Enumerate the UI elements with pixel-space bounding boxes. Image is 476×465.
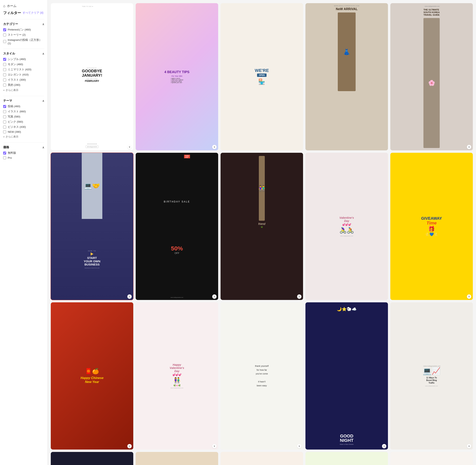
chevron-up-icon: ∧ xyxy=(42,22,44,26)
checkbox-posts[interactable] xyxy=(3,105,6,108)
checkbox-instagram[interactable] xyxy=(3,40,6,43)
template-card-valentines-day[interactable]: Valentine'sDay 💕💕💕 🚴‍♀️🚴 www.reallygreat… xyxy=(305,153,388,300)
goodbye-time-to-say: TIME TO SAY ● xyxy=(82,6,93,7)
template-grid: TIME TO SAY ● GOODBYE GOODBYEJANUARY! AN… xyxy=(51,3,473,465)
template-card-friend[interactable]: 👫 friend 🌿 ¥ xyxy=(221,153,303,300)
chevron-up-icon-4: ∧ xyxy=(42,146,44,149)
sidebar-section-styles: スタイル ∧ シンプル (460) モダン (460) ミニマリスト (420)… xyxy=(3,52,44,92)
yen-badge: ¥ xyxy=(127,145,132,149)
chevron-up-icon-3: ∧ xyxy=(42,99,44,102)
sidebar-theme-header[interactable]: テーマ ∧ xyxy=(3,99,44,103)
template-card-were-open[interactable]: WE'RE OPEN 🏪 xyxy=(221,3,303,150)
checkbox-minimalist[interactable] xyxy=(3,68,6,71)
sidebar-theme-show-more[interactable]: + さらに表示 xyxy=(3,135,44,138)
checkbox-new[interactable] xyxy=(3,130,6,133)
sidebar-item-illust2[interactable]: イラスト (660) xyxy=(3,110,44,113)
template-card-beauty-tips[interactable]: 4 BEAUTY TIPSFor Your Skin apply a serum… xyxy=(136,3,218,150)
template-grid-container: TIME TO SAY ● GOODBYE GOODBYEJANUARY! AN… xyxy=(48,0,476,465)
template-card-thankyou-order[interactable]: 🌸🌼🌷 Thank youfor your order xyxy=(390,452,473,465)
sidebar-item-simple[interactable]: シンプル (460) xyxy=(3,57,44,61)
sidebar-filter-row: フィルター すべてクリア (4) xyxy=(3,11,44,15)
template-card-happy-valentine[interactable]: HappyValentine'sDay 💕💕💕 👫 🌿🌸🌿 www.really… xyxy=(136,302,218,450)
sidebar-item-elegant[interactable]: エレガント (410) xyxy=(3,73,44,76)
yen-badge: ¥ xyxy=(382,444,386,448)
template-card-boost-blog[interactable]: www.reallygreatsite.com 💻📈 11 Ways ToBoo… xyxy=(390,302,473,450)
sidebar-item-business[interactable]: ビジネス (430) xyxy=(3,125,44,129)
yen-badge: ¥ xyxy=(297,295,301,299)
yen-badge: ¥ xyxy=(467,444,471,448)
chevron-up-icon-2: ∧ xyxy=(42,52,44,55)
yen-badge: ¥ xyxy=(212,295,217,299)
home-icon: ⌂ xyxy=(3,4,5,8)
checkbox-pinterest[interactable] xyxy=(3,28,6,31)
yen-badge: ¥ xyxy=(127,444,132,448)
checkbox-simple[interactable] xyxy=(3,58,6,61)
sidebar-item-free[interactable]: 無料版 xyxy=(3,151,44,155)
sidebar-item-new[interactable]: NEW (390) xyxy=(3,130,44,133)
yen-badge: ¥ xyxy=(467,295,471,299)
template-card-goodbye-january[interactable]: TIME TO SAY ● GOODBYE GOODBYEJANUARY! AN… xyxy=(51,3,133,150)
sidebar-item-pink[interactable]: ピンク (560) xyxy=(3,120,44,124)
yen-badge: ¥ xyxy=(127,295,132,299)
sidebar-category-header[interactable]: カテゴリー ∧ xyxy=(3,22,44,26)
checkbox-photo[interactable] xyxy=(3,115,6,118)
sidebar-section-themes: テーマ ∧ 投稿 (460) イラスト (660) 写真 (580) ピンク (… xyxy=(3,99,44,138)
yen-badge: ¥ xyxy=(297,444,301,448)
checkbox-business[interactable] xyxy=(3,126,6,129)
sidebar-item-instagram[interactable]: Instagramの投稿（正方形）(1) xyxy=(3,38,44,45)
template-card-thankyou100k[interactable]: THANK YOU 100K SUBSCRIBERS xyxy=(136,452,218,465)
sidebar-item-pinterest[interactable]: Pinterestピン (460) xyxy=(3,28,44,32)
checkbox-story[interactable] xyxy=(3,33,6,36)
template-card-website-traffic[interactable]: 21 Smart WaysTo IncreaseWebsite Traffic … xyxy=(221,452,303,465)
checkbox-illust2[interactable] xyxy=(3,110,6,113)
sidebar-item-modern[interactable]: モダン (460) xyxy=(3,63,44,66)
plus-icon-2: + xyxy=(3,135,5,138)
plus-icon: + xyxy=(3,89,5,92)
sidebar-style-header[interactable]: スタイル ∧ xyxy=(3,52,44,55)
checkbox-illust[interactable] xyxy=(3,78,6,81)
yen-badge: ¥ xyxy=(467,145,471,149)
sidebar-filter-clear[interactable]: すべてクリア (4) xyxy=(22,11,44,15)
sidebar-home[interactable]: ⌂ ホーム xyxy=(3,4,44,8)
sidebar-item-story[interactable]: ストーリー (2) xyxy=(3,33,44,37)
sidebar-item-photo[interactable]: 写真 (580) xyxy=(3,115,44,118)
yen-badge: ¥ xyxy=(212,444,217,448)
sidebar-home-label: ホーム xyxy=(7,4,16,8)
template-card-birthday-sale[interactable]: Todayonly! BIRTHDAY SALE 50% OFF www.rea… xyxy=(136,153,218,300)
checkbox-free[interactable] xyxy=(3,152,6,155)
sidebar-section-price: 価格 ∧ 無料版 Pro xyxy=(3,145,44,159)
checkbox-pro[interactable] xyxy=(3,156,6,159)
template-card-chinese-new-year[interactable]: 🧧🍊 Happy ChineseNew Year ¥ xyxy=(51,302,133,450)
sidebar-section-categories: カテゴリー ∧ Pinterestピン (460) ストーリー (2) Inst… xyxy=(3,22,44,45)
template-card-thank-yourself[interactable]: thank yourselffor how faryou've comeit h… xyxy=(221,302,303,450)
sidebar-item-posts[interactable]: 投稿 (460) xyxy=(3,105,44,108)
sidebar-style-show-more[interactable]: + さらに表示 xyxy=(3,88,44,92)
sidebar-item-pro[interactable]: Pro xyxy=(3,156,44,159)
template-card-start-business[interactable]: 💻🤝 HOW TO STARTYOUR OWNBUSINESS WWW.REAL… xyxy=(51,153,133,300)
template-card-birthday-dark[interactable]: HappyBirthdayDude! 〜〜〜 xyxy=(51,452,133,465)
checkbox-pink[interactable] xyxy=(3,120,6,123)
checkbox-aesthetic[interactable] xyxy=(3,84,6,87)
checkbox-elegant[interactable] xyxy=(3,73,6,76)
sidebar-filter-title: フィルター xyxy=(3,11,21,15)
template-card-giveaway-time[interactable]: GIVEAWAY Time 🎁 ⭐💙⭐ ¥ xyxy=(390,153,473,300)
sidebar-item-minimalist[interactable]: ミニマリスト (420) xyxy=(3,68,44,71)
sidebar-item-illust[interactable]: イラスト (300) xyxy=(3,78,44,82)
template-card-good-night[interactable]: 🌙⭐🐑☁️ GOODNIGHT Have a Nice Dream ¥ xyxy=(305,302,388,450)
yen-badge: ¥ xyxy=(212,145,217,149)
template-card-new-arrival[interactable]: www.reallygreatsite.com NeW ARRiVAL 👗 xyxy=(305,3,388,150)
sidebar-item-aesthetic[interactable]: 美的 (280) xyxy=(3,83,44,87)
template-card-giveaway-stay[interactable]: 🎀🎀🎀 GIVEAWAY Stay Tune @reallygreatsite xyxy=(305,452,388,465)
checkbox-modern[interactable] xyxy=(3,63,6,66)
template-card-korea-travel[interactable]: www.reallygreatsite.com THE ULTIMATESOUT… xyxy=(390,3,473,150)
sidebar-price-header[interactable]: 価格 ∧ xyxy=(3,145,44,149)
sidebar: ⌂ ホーム フィルター すべてクリア (4) カテゴリー ∧ Pinterest… xyxy=(0,0,48,465)
